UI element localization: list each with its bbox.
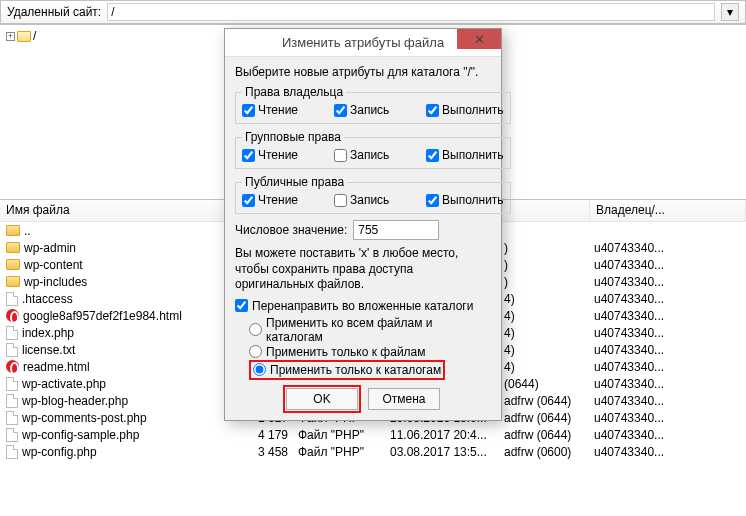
file-owner: u40743340...: [590, 292, 710, 306]
file-icon: [6, 428, 18, 442]
file-perm: adfrw (0600): [500, 445, 590, 459]
file-perm: ): [500, 241, 590, 255]
col-owner[interactable]: Владелец/...: [590, 200, 746, 221]
apply-files-radio[interactable]: [249, 345, 262, 358]
file-size: 3 458: [234, 445, 294, 459]
file-perm: adfrw (0644): [500, 411, 590, 425]
col-perm[interactable]: [500, 200, 590, 221]
table-row[interactable]: wp-config-sample.php4 179Файл "PHP"11.06…: [0, 426, 746, 443]
remote-path-input[interactable]: /: [107, 3, 715, 21]
owner-read[interactable]: Чтение: [242, 103, 320, 117]
file-name: wp-admin: [24, 241, 76, 255]
dialog-titlebar[interactable]: Изменить атрибуты файла ✕: [225, 29, 501, 57]
group-read-cb[interactable]: [242, 149, 255, 162]
path-dropdown-icon[interactable]: ▾: [721, 3, 739, 21]
apply-dirs-wrap[interactable]: Применить только к каталогам: [249, 360, 491, 380]
public-exec-cb[interactable]: [426, 194, 439, 207]
opera-icon: [6, 360, 19, 373]
group-write[interactable]: Запись: [334, 148, 412, 162]
file-name: wp-config.php: [22, 445, 97, 459]
file-icon: [6, 326, 18, 340]
ok-button[interactable]: OK: [286, 388, 358, 410]
file-name: wp-blog-header.php: [22, 394, 128, 408]
remote-path-value: /: [111, 5, 114, 19]
owner-write[interactable]: Запись: [334, 103, 412, 117]
dialog-prompt: Выберите новые атрибуты для каталога "/"…: [235, 65, 491, 79]
file-perm: adfrw (0644): [500, 394, 590, 408]
owner-read-cb[interactable]: [242, 104, 255, 117]
group-read[interactable]: Чтение: [242, 148, 320, 162]
file-icon: [6, 411, 18, 425]
file-type: Файл "PHP": [294, 428, 386, 442]
file-perm: 4): [500, 360, 590, 374]
public-read-cb[interactable]: [242, 194, 255, 207]
file-icon: [6, 343, 18, 357]
file-name: wp-content: [24, 258, 83, 272]
file-perm: adfrw (0644): [500, 428, 590, 442]
group-exec[interactable]: Выполнить: [426, 148, 504, 162]
file-name: wp-config-sample.php: [22, 428, 139, 442]
file-perm: 4): [500, 343, 590, 357]
apply-dirs-radio[interactable]: [253, 363, 266, 376]
file-owner: u40743340...: [590, 445, 710, 459]
owner-perms: Права владельца Чтение Запись Выполнить: [235, 85, 511, 124]
folder-icon: [6, 225, 20, 236]
folder-icon: [17, 31, 31, 42]
file-name: wp-includes: [24, 275, 87, 289]
numeric-note: Вы можете поставить 'x' в любое место, ч…: [235, 246, 491, 293]
file-name: index.php: [22, 326, 74, 340]
folder-icon: [6, 242, 20, 253]
col-name[interactable]: Имя файла: [0, 200, 234, 221]
file-name: license.txt: [22, 343, 75, 357]
numeric-value-input[interactable]: [353, 220, 439, 240]
file-date: 11.06.2017 20:4...: [386, 428, 500, 442]
file-icon: [6, 292, 18, 306]
numeric-label: Числовое значение:: [235, 223, 347, 237]
close-icon: ✕: [474, 32, 485, 47]
recurse-checkbox[interactable]: Перенаправить во вложенные каталоги: [235, 299, 491, 313]
file-owner: u40743340...: [590, 343, 710, 357]
file-perm: 4): [500, 292, 590, 306]
file-perm: ): [500, 275, 590, 289]
chmod-dialog: Изменить атрибуты файла ✕ Выберите новые…: [224, 28, 502, 421]
owner-perms-legend: Права владельца: [242, 85, 346, 99]
group-exec-cb[interactable]: [426, 149, 439, 162]
file-icon: [6, 377, 18, 391]
file-name: wp-activate.php: [22, 377, 106, 391]
recurse-cb[interactable]: [235, 299, 248, 312]
remote-site-label: Удаленный сайт:: [7, 5, 101, 19]
dialog-title-text: Изменить атрибуты файла: [282, 35, 444, 50]
expand-icon[interactable]: +: [6, 32, 15, 41]
file-owner: u40743340...: [590, 275, 710, 289]
close-button[interactable]: ✕: [457, 29, 501, 49]
apply-files[interactable]: Применить только к файлам: [249, 345, 491, 359]
file-type: Файл "PHP": [294, 445, 386, 459]
public-exec[interactable]: Выполнить: [426, 193, 504, 207]
file-name: google8af957def2f1e984.html: [23, 309, 182, 323]
owner-exec-cb[interactable]: [426, 104, 439, 117]
public-write[interactable]: Запись: [334, 193, 412, 207]
public-read[interactable]: Чтение: [242, 193, 320, 207]
file-perm: ): [500, 258, 590, 272]
opera-icon: [6, 309, 19, 322]
owner-write-cb[interactable]: [334, 104, 347, 117]
file-owner: u40743340...: [590, 394, 710, 408]
public-perms: Публичные права Чтение Запись Выполнить: [235, 175, 511, 214]
cancel-button[interactable]: Отмена: [368, 388, 440, 410]
file-owner: u40743340...: [590, 411, 710, 425]
file-owner: u40743340...: [590, 377, 710, 391]
owner-exec[interactable]: Выполнить: [426, 103, 504, 117]
tree-root-label: /: [33, 29, 36, 43]
folder-icon: [6, 259, 20, 270]
group-write-cb[interactable]: [334, 149, 347, 162]
group-perms-legend: Групповые права: [242, 130, 344, 144]
folder-icon: [6, 276, 20, 287]
apply-all-radio[interactable]: [249, 323, 262, 336]
apply-all[interactable]: Применить ко всем файлам и каталогам: [249, 316, 491, 344]
public-write-cb[interactable]: [334, 194, 347, 207]
file-icon: [6, 394, 18, 408]
file-icon: [6, 445, 18, 459]
file-name: ..: [24, 224, 31, 238]
table-row[interactable]: wp-config.php3 458Файл "PHP"03.08.2017 1…: [0, 443, 746, 460]
file-perm: 4): [500, 326, 590, 340]
